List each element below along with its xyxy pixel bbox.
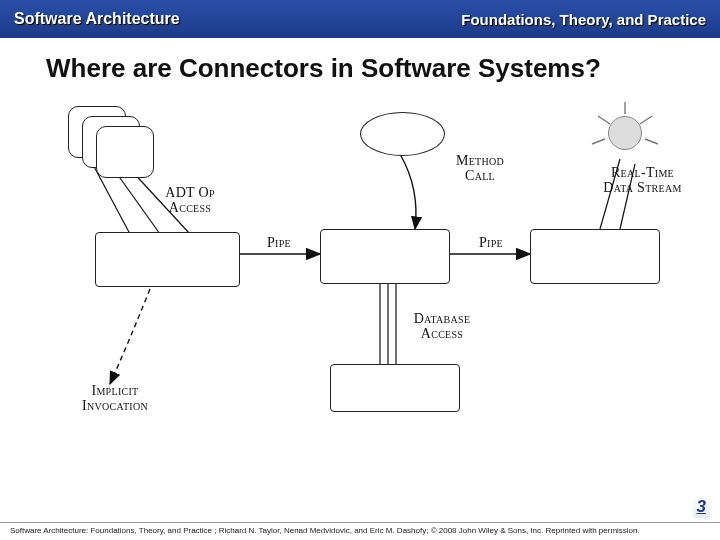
label-pipe1: Pipe	[254, 236, 304, 251]
slide-body: Where are Connectors in Software Systems…	[0, 38, 720, 522]
label-adt: ADT Op Access	[150, 186, 230, 215]
connectors-diagram: ADT Op Access Pipe Pipe Method Call Real…	[40, 94, 680, 444]
label-pipe2: Pipe	[466, 236, 516, 251]
label-method: Method Call	[445, 154, 515, 183]
globe-icon	[608, 116, 642, 150]
label-realtime: Real-Time Data Stream	[600, 166, 685, 195]
svg-line-12	[598, 116, 610, 124]
svg-line-14	[592, 139, 605, 144]
label-database: Database Access	[402, 312, 482, 341]
component-box	[530, 229, 660, 284]
svg-line-11	[640, 116, 652, 124]
component-oval	[360, 112, 445, 156]
slide-footer: Software Architecture: Foundations, Theo…	[0, 522, 720, 540]
component-box	[95, 232, 240, 287]
component-box	[320, 229, 450, 284]
header-left: Software Architecture	[14, 10, 180, 28]
component-box	[330, 364, 460, 412]
svg-line-13	[645, 139, 658, 144]
header-right: Foundations, Theory, and Practice	[461, 11, 706, 28]
page-number: 3	[693, 496, 710, 518]
slide-header: Software Architecture Foundations, Theor…	[0, 0, 720, 38]
slide-title: Where are Connectors in Software Systems…	[46, 54, 698, 84]
label-implicit: Implicit Invocation	[70, 384, 160, 413]
component-box	[96, 126, 154, 178]
